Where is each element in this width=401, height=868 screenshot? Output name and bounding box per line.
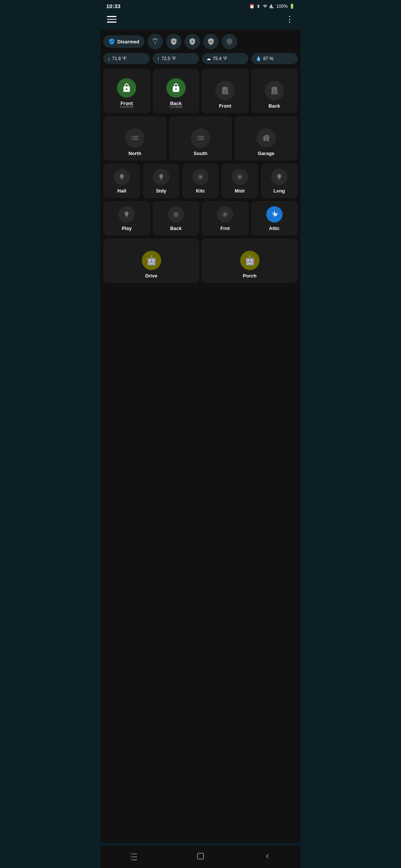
play-light-icon [118,206,135,223]
lights-grid: Hall Stdy Kitc Mstr Lvng [103,164,298,198]
porch-robot-label: Porch [243,273,257,279]
garage-icon [257,128,276,148]
locks-grid: Front Locked Back Locked Front [103,69,298,113]
north-gate-label: North [128,151,141,156]
lock-back-active[interactable]: Back Locked [153,69,200,113]
light-study[interactable]: Stdy [143,164,180,198]
nav-home-button[interactable] [196,851,205,861]
attic-fan-label: Attic [269,226,280,231]
temp-outside-value: 75.4 °F [213,56,227,61]
front-lock-sublabel: Locked [120,104,133,109]
svg-point-7 [239,177,241,178]
svg-point-4 [200,177,201,178]
temp-low-value: 71.8 °F [112,56,127,61]
humidity-value: 87 % [263,56,273,61]
temp-card-low[interactable]: ↓ 71.8 °F [103,53,150,64]
battery-icon: 🔋 [289,4,295,9]
back-door-icon [265,81,284,100]
robot-drive[interactable]: 🤖 Drive [103,239,199,283]
door-front[interactable]: Front [202,69,249,113]
light-master[interactable]: Mstr [221,164,258,198]
status-bar: 10:33 ⏰ 100% 🔋 [100,0,301,11]
temp-high-value: 72.5 °F [162,56,176,61]
battery-label: 100% [276,4,288,9]
fan-attic[interactable]: Attic [251,201,298,236]
back-fan-label: Back [170,226,182,231]
alarm-icon: ⏰ [249,4,255,9]
robots-grid: 🤖 Drive 🤖 Porch [103,239,298,283]
light-living[interactable]: Lvng [261,164,298,198]
porch-robot-icon: 🤖 [240,251,260,270]
fan-play[interactable]: Play [103,201,150,236]
garage-label: Garage [258,151,274,156]
fan-front[interactable]: Frnt [202,201,249,236]
svg-rect-14 [198,853,203,859]
back-lock-icon [166,78,186,98]
hamburger-menu[interactable] [107,16,117,23]
living-light-icon [271,169,287,185]
nav-recents-button[interactable] [129,851,138,861]
fans-grid: Play Back Frnt Attic [103,201,298,236]
front-lock-icon [117,78,136,98]
temp-card-outside[interactable]: ☁ 75.4 °F [202,53,248,64]
study-light-icon [153,169,169,185]
shield-button-3[interactable] [185,34,200,49]
status-time: 10:33 [106,3,120,9]
drive-robot-icon: 🤖 [142,251,161,270]
attic-fan-icon [266,206,283,223]
top-bar: ⋮ [100,11,301,29]
gate-north[interactable]: North [103,116,167,161]
shield-button-5[interactable] [222,34,237,49]
temp-row: ↓ 71.8 °F ↑ 72.5 °F ☁ 75.4 °F 💧 87 % [103,53,298,64]
study-label: Stdy [156,188,166,194]
svg-rect-0 [173,41,175,42]
front-fan-label: Frnt [221,226,230,231]
drive-robot-label: Drive [145,273,157,279]
south-gate-icon [191,128,210,148]
master-light-icon [232,169,248,185]
back-fan-icon [168,206,184,223]
south-gate-label: South [194,151,208,156]
temp-card-high[interactable]: ↑ 72.5 °F [153,53,199,64]
living-label: Lvng [273,188,285,194]
master-label: Mstr [235,188,245,194]
light-kitchen[interactable]: Kitc [182,164,219,198]
play-label: Play [122,226,132,231]
lock-front-active[interactable]: Front Locked [103,69,150,113]
shield-button-4[interactable] [203,34,219,49]
disarmed-label: Disarmed [117,39,139,45]
robot-porch[interactable]: 🤖 Porch [202,239,298,283]
temp-up-arrow: ↑ [157,56,160,62]
wifi-icon [262,4,268,9]
temp-down-arrow: ↓ [108,56,110,62]
north-gate-icon [125,128,144,148]
svg-point-10 [175,214,176,215]
kitchen-label: Kitc [196,188,205,194]
security-row: Disarmed [103,34,298,49]
back-lock-sublabel: Locked [169,104,182,109]
bottom-nav [100,846,301,868]
hall-light-icon [114,169,130,185]
nav-back-button[interactable] [263,851,272,861]
front-door-icon [215,81,235,100]
gates-grid: North South Garage [103,116,298,161]
back-door-label: Back [268,103,280,109]
humidity-card[interactable]: 💧 87 % [251,53,298,64]
hall-label: Hall [117,188,126,194]
front-door-label: Front [219,103,231,109]
gate-south[interactable]: South [169,116,232,161]
bluetooth-icon [256,3,261,9]
front-fan-icon [217,206,233,223]
light-hall[interactable]: Hall [103,164,140,198]
gate-garage[interactable]: Garage [234,116,298,161]
svg-point-13 [225,214,226,215]
signal-icon [270,3,275,9]
status-icons: ⏰ 100% 🔋 [249,3,295,9]
disarmed-button[interactable]: Disarmed [103,35,144,48]
more-options-button[interactable]: ⋮ [286,14,294,24]
humidity-icon: 💧 [256,56,261,61]
fan-back[interactable]: Back [153,201,200,236]
door-back[interactable]: Back [251,69,298,113]
shield-button-2[interactable] [166,34,182,49]
shield-button-1[interactable] [147,34,163,49]
